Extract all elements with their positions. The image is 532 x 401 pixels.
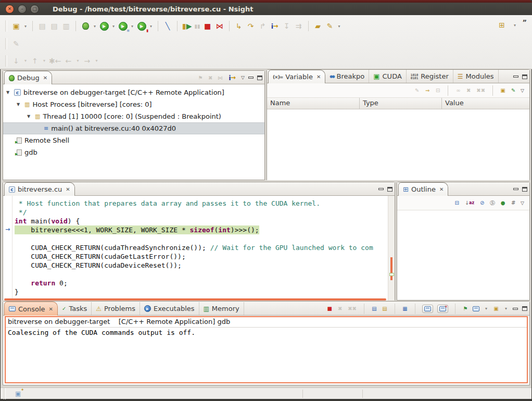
- next-annotation-dropdown-icon[interactable]: ▾: [23, 58, 28, 63]
- hide-inactive-icon[interactable]: #: [510, 197, 516, 209]
- gutter-line[interactable]: [3, 287, 12, 296]
- source-code[interactable]: * Host function that prepares data array…: [12, 196, 388, 300]
- show-stderr-toggle[interactable]: ✕: [437, 305, 448, 313]
- resume-icon[interactable]: ▮▶: [182, 20, 193, 32]
- gutter-line[interactable]: [3, 252, 12, 261]
- remove-selected-icon[interactable]: ✖: [465, 85, 472, 96]
- column-value[interactable]: Value: [442, 98, 529, 109]
- tab-executables[interactable]: ▶ Executables: [140, 302, 199, 315]
- show-stdout-toggle[interactable]: [422, 305, 433, 313]
- show-logical-structure-icon[interactable]: ∞: [455, 85, 461, 96]
- disconnect-icon[interactable]: ⋈: [214, 20, 225, 32]
- previous-annotation-icon[interactable]: ↑: [30, 55, 40, 67]
- forward-icon[interactable]: →: [82, 55, 92, 67]
- step-into-icon[interactable]: ↳: [234, 20, 244, 32]
- gutter-line[interactable]: [3, 270, 12, 279]
- expander-icon[interactable]: ▼: [6, 90, 11, 95]
- expander-icon[interactable]: ▼: [27, 114, 32, 119]
- disconnect-small-icon[interactable]: ⋈: [217, 72, 223, 83]
- window-minimize-button[interactable]: –: [18, 5, 27, 14]
- display-selected-console-icon[interactable]: [473, 306, 479, 311]
- tab-cuda[interactable]: ▣ CUDA: [369, 70, 407, 83]
- suspend-icon[interactable]: ▮▮: [194, 20, 201, 32]
- minimize-icon[interactable]: [248, 77, 254, 79]
- tab-tasks[interactable]: ✓ Tasks: [58, 302, 92, 315]
- expander-icon[interactable]: ▼: [17, 102, 22, 107]
- pin-icon[interactable]: ⚑: [197, 72, 204, 83]
- terminate-icon[interactable]: ■: [202, 20, 213, 32]
- remove-launch-icon[interactable]: ✖: [337, 303, 343, 315]
- column-type[interactable]: Type: [360, 98, 442, 109]
- run-dropdown-icon[interactable]: ▾: [111, 24, 116, 29]
- gutter-line[interactable]: [3, 208, 12, 217]
- overview-ruler[interactable]: [388, 196, 395, 300]
- close-icon[interactable]: ✕: [316, 74, 321, 80]
- display-console-dropdown-icon[interactable]: ▾: [484, 306, 489, 311]
- tab-registers[interactable]: 10100101 Register: [407, 70, 453, 83]
- clear-console-icon[interactable]: ▤: [371, 303, 377, 315]
- run-external-dropdown-icon[interactable]: ▾: [148, 24, 154, 29]
- pin-console-icon[interactable]: ⚑: [462, 303, 468, 315]
- tab-outline[interactable]: ⊞ Outline ✕: [398, 182, 448, 196]
- edit-watch-icon[interactable]: ✎: [510, 85, 516, 96]
- view-menu-icon[interactable]: ▽: [521, 88, 524, 93]
- close-icon[interactable]: ✕: [49, 306, 53, 312]
- mark-occurrences-icon[interactable]: ✎: [11, 38, 21, 49]
- open-console-icon[interactable]: ▣: [493, 303, 499, 315]
- gutter-line[interactable]: [3, 234, 12, 243]
- back-icon[interactable]: ←: [63, 55, 73, 67]
- view-menu-icon[interactable]: ▽: [521, 200, 524, 206]
- step-return-icon[interactable]: ↱: [258, 20, 268, 32]
- gutter-line[interactable]: [3, 199, 12, 208]
- overview-marker-occurrence[interactable]: [389, 273, 394, 276]
- external-tools-dropdown-icon[interactable]: ▾: [337, 24, 342, 29]
- editor-gutter[interactable]: →: [3, 196, 12, 300]
- maximize-icon[interactable]: [522, 74, 527, 79]
- debug-bug-icon[interactable]: [80, 20, 91, 32]
- remove-all-icon[interactable]: ✖✖: [476, 85, 486, 96]
- instruction-pointer-icon[interactable]: →: [3, 225, 12, 234]
- tree-item-thread[interactable]: ▼ ▥ Thread [1] 10000 [core: 0] (Suspende…: [3, 110, 264, 122]
- collapse-all-icon[interactable]: ⊟: [435, 85, 441, 96]
- window-close-button[interactable]: ✕: [5, 5, 14, 14]
- close-icon[interactable]: ✕: [43, 75, 47, 81]
- step-over-icon[interactable]: ↷: [246, 20, 256, 32]
- gutter-line[interactable]: [3, 261, 12, 270]
- new-wizard-icon[interactable]: ▣: [11, 20, 21, 32]
- gutter-line[interactable]: [3, 279, 12, 287]
- save-icon[interactable]: ▤: [37, 20, 47, 32]
- step-filters-icon[interactable]: ⇉: [294, 20, 304, 32]
- maximize-icon[interactable]: [387, 187, 392, 192]
- new-watch-expression-icon[interactable]: ▣: [500, 85, 506, 96]
- debug-dropdown-icon[interactable]: ▾: [92, 24, 97, 29]
- tab-console[interactable]: Console ✕: [4, 302, 58, 316]
- hide-non-public-icon[interactable]: ●: [500, 197, 506, 209]
- minimize-icon[interactable]: [513, 188, 518, 190]
- view-menu-icon[interactable]: ▽: [241, 75, 245, 80]
- previous-annotation-dropdown-icon[interactable]: ▾: [42, 58, 47, 63]
- print-icon[interactable]: ▥: [61, 20, 71, 32]
- terminate-icon[interactable]: ■: [326, 303, 333, 315]
- maximize-icon[interactable]: [522, 306, 527, 311]
- drop-to-frame-icon[interactable]: ↧: [282, 20, 292, 32]
- tab-debug[interactable]: Debug ✕: [4, 71, 52, 84]
- tab-variables[interactable]: (×)= Variable ✕: [268, 70, 325, 83]
- fast-view-icon[interactable]: ▣✦: [15, 390, 21, 397]
- run-external-icon[interactable]: ▶▮: [136, 20, 147, 32]
- next-annotation-icon[interactable]: ↓: [11, 55, 21, 67]
- hide-static-members-icon[interactable]: Ⓢ: [489, 197, 496, 209]
- tab-modules[interactable]: ☰ Modules: [453, 70, 499, 83]
- code-editor[interactable]: → * Host function that prepares data arr…: [3, 196, 395, 300]
- remove-all-launches-icon[interactable]: ✖✖: [347, 303, 357, 315]
- minimize-icon[interactable]: [513, 76, 518, 78]
- tab-problems[interactable]: ⚠ Problems: [92, 302, 140, 315]
- toolbar-overflow-icon[interactable]: ”: [522, 18, 527, 26]
- gutter-line[interactable]: [3, 243, 12, 252]
- run-profile-icon[interactable]: ▶≡: [118, 20, 128, 32]
- tab-memory[interactable]: ▥ Memory: [199, 302, 244, 315]
- add-global-variables-icon[interactable]: ⇒: [424, 85, 430, 96]
- column-name[interactable]: Name: [267, 98, 360, 109]
- scroll-lock-icon[interactable]: ▤: [382, 303, 388, 315]
- tree-item-remote-shell[interactable]: Remote Shell: [3, 134, 264, 146]
- instruction-stepping-mode-icon[interactable]: i→: [227, 72, 237, 83]
